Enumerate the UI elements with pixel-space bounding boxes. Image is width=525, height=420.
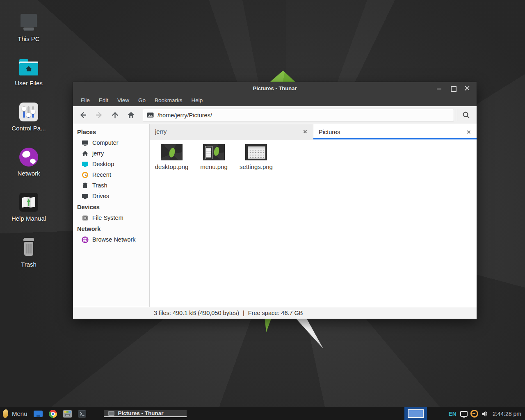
status-free-space: Free space: 46.7 GB bbox=[248, 310, 303, 316]
path-text: /home/jerry/Pictures/ bbox=[158, 112, 212, 119]
desktop-icon-label: Help Manual bbox=[11, 215, 46, 222]
menu-help[interactable]: Help bbox=[187, 97, 208, 103]
workspace-1[interactable] bbox=[408, 409, 424, 418]
keyboard-layout-indicator[interactable]: EN bbox=[448, 411, 456, 417]
maximize-icon[interactable] bbox=[450, 85, 456, 91]
clock[interactable]: 2:44:28 pm bbox=[493, 411, 521, 417]
file-thumbnail bbox=[245, 144, 267, 160]
file-manager-launcher-icon[interactable] bbox=[63, 410, 72, 418]
workspace-switcher[interactable] bbox=[404, 407, 427, 420]
sidebar-item-label: Desktop bbox=[92, 161, 114, 167]
tab-close-icon[interactable] bbox=[303, 129, 308, 134]
file-item-desktop-png[interactable]: desktop.png bbox=[151, 142, 193, 170]
path-bar[interactable]: /home/jerry/Pictures/ bbox=[143, 109, 454, 121]
menubar: File Edit View Go Bookmarks Help bbox=[73, 94, 477, 106]
status-bar: 3 files: 490.1 kB (490,050 bytes) | Free… bbox=[73, 307, 477, 319]
window-controls bbox=[436, 85, 477, 91]
applications-menu-button[interactable]: Menu bbox=[3, 409, 27, 418]
sidebar-item-drives[interactable]: Drives bbox=[73, 191, 149, 201]
forward-arrow-icon bbox=[95, 111, 103, 119]
titlebar[interactable]: Pictures - Thunar bbox=[73, 82, 477, 94]
menu-button-label: Menu bbox=[12, 410, 27, 417]
sidebar-item-label: Trash bbox=[92, 182, 107, 189]
help-manual-icon bbox=[19, 190, 38, 212]
sidebar-item-recent[interactable]: Recent bbox=[73, 169, 149, 180]
taskbar-right: EN 2:44:28 pm bbox=[404, 407, 525, 420]
sidebar-item-label: jerry bbox=[92, 150, 104, 157]
desktop-icon-trash[interactable]: Trash bbox=[6, 236, 52, 268]
content-pane: jerry Pictures desktop.png menu.png bbox=[150, 124, 477, 307]
desktop-icon-label: This PC bbox=[18, 35, 39, 42]
sidebar-header-places: Places bbox=[73, 126, 149, 137]
desktop-icon-this-pc[interactable]: This PC bbox=[6, 11, 52, 42]
tab-close-icon[interactable] bbox=[466, 130, 471, 135]
network-globe-icon bbox=[19, 145, 38, 167]
up-arrow-icon bbox=[111, 111, 119, 119]
tab-bar: jerry Pictures bbox=[150, 124, 477, 139]
menu-file[interactable]: File bbox=[76, 97, 94, 103]
show-desktop-launcher-icon[interactable] bbox=[34, 411, 43, 417]
file-item-menu-png[interactable]: menu.png bbox=[193, 142, 235, 170]
desktop-icon-label: Control Pa... bbox=[11, 125, 46, 132]
desktop-icon-control-panel[interactable]: Control Pa... bbox=[6, 100, 52, 132]
tab-jerry[interactable]: jerry bbox=[150, 124, 313, 139]
control-panel-icon bbox=[19, 100, 38, 121]
desktop-icon bbox=[82, 161, 89, 168]
sidebar-item-label: Browse Network bbox=[92, 236, 136, 243]
file-name: settings.png bbox=[240, 163, 273, 170]
search-button[interactable] bbox=[457, 107, 475, 123]
back-arrow-icon bbox=[79, 111, 87, 119]
window-main: Places Computer jerry Desktop Recent Tra… bbox=[73, 124, 477, 307]
desktop-icon-label: Trash bbox=[21, 261, 37, 268]
status-separator: | bbox=[243, 310, 244, 316]
trash-icon bbox=[21, 236, 37, 258]
sidebar-item-label: Recent bbox=[92, 171, 111, 178]
toolbar: /home/jerry/Pictures/ bbox=[73, 106, 477, 124]
sidebar: Places Computer jerry Desktop Recent Tra… bbox=[73, 124, 150, 307]
task-button-thunar[interactable]: Pictures - Thunar bbox=[104, 410, 187, 417]
file-item-settings-png[interactable]: settings.png bbox=[235, 142, 277, 170]
terminal-launcher-icon[interactable] bbox=[78, 410, 86, 418]
desktop-icon-label: Network bbox=[17, 170, 40, 177]
chrome-launcher-icon[interactable] bbox=[49, 410, 57, 418]
home-icon bbox=[127, 111, 135, 119]
pc-icon bbox=[18, 11, 39, 32]
close-icon[interactable] bbox=[464, 85, 470, 91]
sidebar-header-devices: Devices bbox=[73, 201, 149, 212]
file-thumbnail bbox=[203, 144, 225, 160]
taskbar-left: Menu Pictures - Thunar bbox=[0, 407, 187, 420]
sidebar-item-trash[interactable]: Trash bbox=[73, 180, 149, 191]
tab-label: jerry bbox=[155, 128, 167, 135]
file-view[interactable]: desktop.png menu.png settings.png bbox=[150, 139, 477, 307]
minimize-icon[interactable] bbox=[436, 85, 442, 91]
tab-pictures[interactable]: Pictures bbox=[313, 124, 477, 139]
update-manager-icon[interactable] bbox=[470, 410, 478, 418]
notification-tray-icon[interactable] bbox=[460, 411, 468, 417]
trash-icon bbox=[82, 182, 89, 189]
sidebar-item-label: Drives bbox=[92, 193, 109, 199]
desktop-icon-label: User Files bbox=[15, 80, 43, 87]
up-button[interactable] bbox=[107, 108, 123, 123]
sidebar-item-browse-network[interactable]: Browse Network bbox=[73, 234, 149, 245]
sidebar-header-network: Network bbox=[73, 223, 149, 234]
menu-edit[interactable]: Edit bbox=[94, 97, 113, 103]
menu-bookmarks[interactable]: Bookmarks bbox=[150, 97, 187, 103]
sidebar-item-computer[interactable]: Computer bbox=[73, 137, 149, 148]
desktop-icon-network[interactable]: Network bbox=[6, 145, 52, 177]
thunar-window: Pictures - Thunar File Edit View Go Book… bbox=[73, 82, 477, 319]
home-button[interactable] bbox=[123, 108, 139, 123]
recent-clock-icon bbox=[82, 171, 89, 178]
desktop-icon-user-files[interactable]: User Files bbox=[6, 55, 52, 87]
search-icon bbox=[462, 111, 470, 119]
desktop-icon-help-manual[interactable]: Help Manual bbox=[6, 190, 52, 222]
menu-go[interactable]: Go bbox=[134, 97, 150, 103]
menu-view[interactable]: View bbox=[113, 97, 134, 103]
sidebar-item-jerry[interactable]: jerry bbox=[73, 148, 149, 159]
volume-icon[interactable] bbox=[482, 411, 489, 417]
forward-button[interactable] bbox=[91, 108, 107, 123]
sidebar-item-file-system[interactable]: File System bbox=[73, 212, 149, 223]
file-name: menu.png bbox=[200, 163, 228, 170]
file-thumbnail bbox=[161, 144, 183, 160]
sidebar-item-desktop[interactable]: Desktop bbox=[73, 159, 149, 169]
back-button[interactable] bbox=[75, 108, 91, 123]
